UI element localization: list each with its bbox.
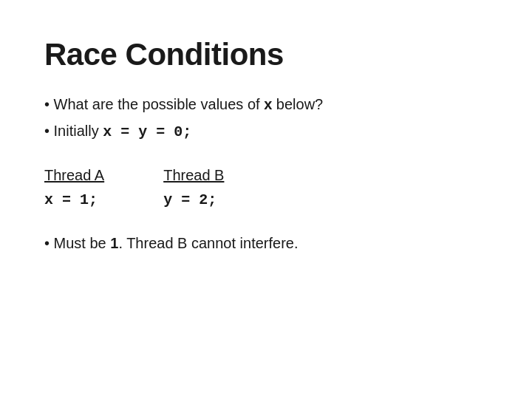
threads-section: Thread A x = 1; Thread B y = 2; (44, 164, 488, 211)
slide: Race Conditions • What are the possible … (0, 0, 532, 399)
conclusion-bold-value: 1 (110, 235, 118, 251)
thread-a-code: x = 1; (44, 189, 104, 211)
slide-title: Race Conditions (44, 37, 488, 72)
bullet-2: • Initially x = y = 0; (44, 120, 488, 143)
init-code: x = y = 0; (103, 123, 191, 140)
bullet-1: • What are the possible values of x belo… (44, 93, 488, 115)
thread-b-code: y = 2; (163, 189, 224, 211)
bullets-section: • What are the possible values of x belo… (44, 93, 488, 143)
thread-b-title: Thread B (163, 164, 224, 186)
bold-x-1: x (264, 96, 272, 112)
thread-a-col: Thread A x = 1; (44, 164, 104, 211)
thread-b-col: Thread B y = 2; (163, 164, 224, 211)
thread-a-title: Thread A (44, 164, 104, 186)
conclusion: • Must be 1. Thread B cannot interfere. (44, 232, 488, 254)
